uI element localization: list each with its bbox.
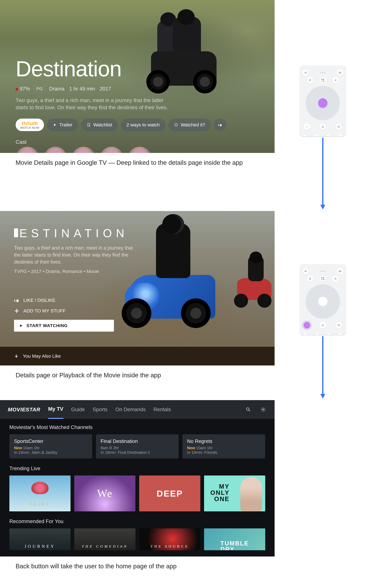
remote-home-button[interactable] [320,322,326,328]
watchlist-button[interactable]: Watchlist [81,119,118,131]
cast-avatar[interactable] [16,147,39,153]
channel-title: No Regrets [187,438,260,444]
channel-title: SportsCenter [14,438,88,444]
tab-my-tv[interactable]: My TV [48,400,63,419]
assistant-icon [321,277,324,280]
recommended-tile[interactable]: THE SOURCE [139,528,200,550]
most-watched-section: Moviestar's Most Watched Channels Sports… [0,419,275,460]
remote-power-button[interactable] [302,268,309,274]
chevron-down-icon [14,354,19,358]
trending-tile[interactable]: DEEP [139,475,200,511]
ways-to-watch-button[interactable]: 2 ways to watch [121,119,165,131]
top-bar: MOVIESTAR My TV Guide Sports On Demands … [0,400,275,419]
movie-description: Two guys, a thief and a rich man, meet i… [16,97,175,111]
caption-1: Movie Details page in Google TV — Deep l… [0,153,275,176]
moviestar-home-screen: MOVIESTAR My TV Guide Sports On Demands … [0,400,275,556]
remote-2 [299,264,346,335]
nav-tabs: My TV Guide Sports On Demands Rentals [48,400,171,419]
tile-label: We [97,487,113,500]
remote-settings-button[interactable] [332,77,339,83]
svg-point-2 [335,80,336,81]
channel-card[interactable]: Final Destination 9am R 2hr In 19min: Fi… [96,434,179,459]
tomato-icon [16,88,18,91]
channel-card[interactable]: No Regrets New10am 1hr In 19min: Friends [182,434,265,459]
channel-next: In 19min: Friends [187,450,260,455]
cast-avatar[interactable] [44,147,67,153]
remote-dpad[interactable] [306,86,340,120]
settings-button[interactable] [260,406,267,413]
caption-3: Back button will take the user to the ho… [0,556,275,579]
like-label: LIKE / DISLIKE [23,298,55,303]
watched-it-button[interactable]: Watched it? [168,119,211,131]
remote-settings-button[interactable] [332,276,339,282]
you-may-also-like-bar[interactable]: You May Also Like [0,347,275,366]
remote-tv-button[interactable] [336,322,342,328]
hero-art-riders [142,8,220,89]
caption-2: Details page or Playback of the Movie in… [0,366,275,388]
thumbs-button[interactable] [214,119,226,131]
app-movie-description: Two guys, a thief and a rich man, meet i… [14,244,134,266]
tile-label: FAIRY [30,502,50,507]
provider-sub: WATCH NOW [20,126,39,129]
remote-home-button[interactable] [320,124,326,130]
tab-sports[interactable]: Sports [93,400,107,419]
cast-avatar[interactable] [128,147,151,153]
remote-assistant-button[interactable] [320,77,326,83]
recommended-section: Recommended For You JOURNEY THE COMEDIAN… [0,513,275,556]
remote-bookmark-button[interactable] [307,77,313,83]
remote-back-button[interactable] [304,124,310,130]
watch-now-button[interactable]: tivium WATCH NOW [16,119,44,131]
remote-assistant-button[interactable] [320,276,326,282]
app-movie-title: ESTINATION [14,227,128,240]
channel-time: New10am 1hr [187,446,260,450]
google-tv-details-screen: Destination 97% PG Drama 1 hr 49 min 201… [0,0,275,153]
tab-guide[interactable]: Guide [71,400,85,419]
remote-dpad[interactable] [306,284,340,319]
add-to-my-stuff-button[interactable]: ADD TO MY STUFF [14,308,114,314]
trending-live-section: Trending Live FAIRY We DEEP MYONLYONE [0,460,275,513]
remote-bookmark-button[interactable] [307,276,313,282]
remote-input-button[interactable] [337,70,343,76]
channel-card[interactable]: SportsCenter New10am 1hr In 19min: Jalen… [9,434,92,459]
remote-back-button[interactable] [304,322,310,328]
flow-arrow-1 [317,136,329,211]
recommended-tile[interactable]: TUMBLEDRY [204,528,265,550]
search-button[interactable] [245,406,252,413]
cast-avatar[interactable] [100,147,123,153]
trailer-button[interactable]: Trailer [47,119,78,131]
remote-tv-button[interactable] [336,124,342,130]
like-dislike-button[interactable]: LIKE / DISLIKE [14,298,114,303]
plus-icon [14,308,19,314]
svg-marker-10 [320,394,325,399]
tab-rentals[interactable]: Rentals [154,400,171,419]
remote-select-button[interactable] [318,98,328,108]
svg-point-12 [263,409,264,410]
cast-avatar[interactable] [72,147,95,153]
bookmark-icon [87,123,91,127]
start-watching-button[interactable]: START WATCHING [14,320,114,332]
new-badge: New [14,446,22,450]
recommended-heading: Recommended For You [9,518,265,524]
recommended-tile[interactable]: JOURNEY [9,528,71,550]
remote-mic-slot [320,72,325,73]
remote-power-button[interactable] [302,70,309,76]
trending-tile[interactable]: MYONLYONE [204,475,265,511]
tile-label: DEEP [157,488,183,499]
remote-select-button[interactable] [318,297,328,306]
tile-label: THE SOURCE [150,544,189,548]
play-icon [53,123,57,127]
title-initial-d-icon [14,229,18,237]
tile-label: JOURNEY [24,544,55,549]
remote-input-button[interactable] [337,268,343,274]
channel-next: In 19min: Jalen & Jackby [14,450,88,455]
svg-point-0 [175,124,177,126]
channel-next: In 19min: Final Destination 2 [101,450,174,455]
app-movie-meta: TVPG • 2017 • Drama, Romance • Movie [14,269,99,274]
new-badge: New [187,446,195,450]
trending-tile[interactable]: We [74,475,135,511]
trailer-label: Trailer [59,122,72,127]
tab-on-demands[interactable]: On Demands [115,400,145,419]
thumb-up-icon [14,298,19,303]
recommended-tile[interactable]: THE COMEDIAN [74,528,135,550]
trending-tile[interactable]: FAIRY [9,475,71,511]
